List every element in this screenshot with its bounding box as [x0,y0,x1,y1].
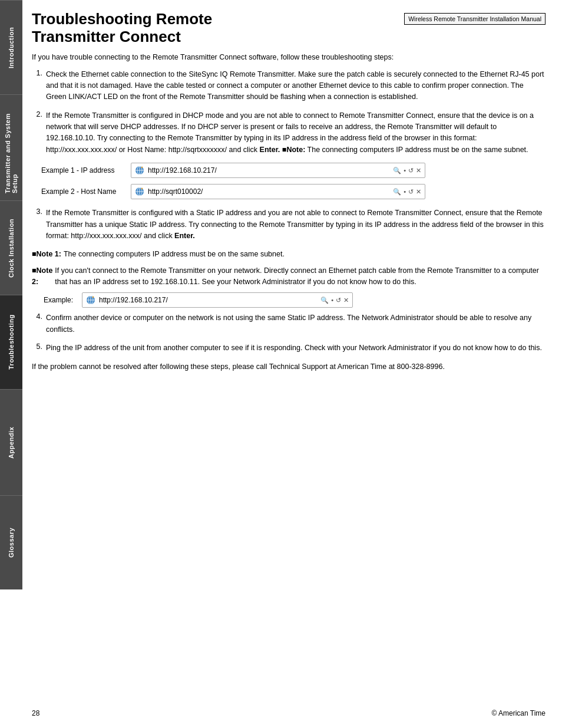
example2-browser-bar: http://sqrt010002/ 🔍 • ↺ ✕ [131,184,425,199]
manual-title: Wireless Remote Transmitter Installation… [404,13,546,25]
step-1: 1. Check the Ethernet cable connection t… [32,69,546,103]
closing-text: If the problem cannot be resolved after … [32,361,546,373]
intro-text: If you have trouble connecting to the Re… [32,52,546,63]
step-5: 5. Ping the IP address of the unit from … [32,342,546,354]
browser-examples-step2: Example 1 - IP address http://192.168.10… [32,163,546,199]
browser-icon-3 [86,295,95,305]
sidebar-item-introduction[interactable]: Introduction [0,0,22,94]
sidebar: Introduction Transmitter and System Setu… [0,0,22,728]
example1-row: Example 1 - IP address http://192.168.10… [41,163,546,178]
sidebar-item-troubleshooting[interactable]: Troubleshooting [0,295,22,389]
example2-row: Example 2 - Host Name http://sqrt010002/… [41,184,546,199]
browser-icon [135,166,144,175]
browser-icon-2 [135,187,144,196]
page-number: 28 [32,709,39,717]
sidebar-item-appendix[interactable]: Appendix [0,389,22,495]
step-2: 2. If the Remote Transmitter is configur… [32,110,546,156]
example3-browser-bar: http://192.168.10.217/ 🔍 • ↺ ✕ [82,292,353,308]
header-bar: Troubleshooting Remote Transmitter Conne… [32,11,546,46]
sidebar-item-clock[interactable]: Clock Installation [0,200,22,295]
sidebar-item-glossary[interactable]: Glossary [0,495,22,589]
note-2: ■Note 2: If you can't connect to the Rem… [32,265,546,288]
footer: 28 © American Time [32,709,546,717]
example1-browser-bar: http://192.168.10.217/ 🔍 • ↺ ✕ [131,163,425,178]
copyright: © American Time [491,709,546,717]
page-title: Troubleshooting Remote Transmitter Conne… [32,11,212,46]
step-3: 3. If the Remote Transmitter is configur… [32,207,546,242]
example3-row: Example: http://192.168.10.217/ 🔍 • ↺ [44,292,546,308]
main-content: Troubleshooting Remote Transmitter Conne… [22,0,562,728]
sidebar-item-transmitter[interactable]: Transmitter and System Setup [0,94,22,200]
content-body: If you have trouble connecting to the Re… [32,52,546,373]
step-4: 4. Confirm another device or computer on… [32,312,546,335]
note-1: ■Note 1: The connecting computers IP add… [32,249,546,260]
